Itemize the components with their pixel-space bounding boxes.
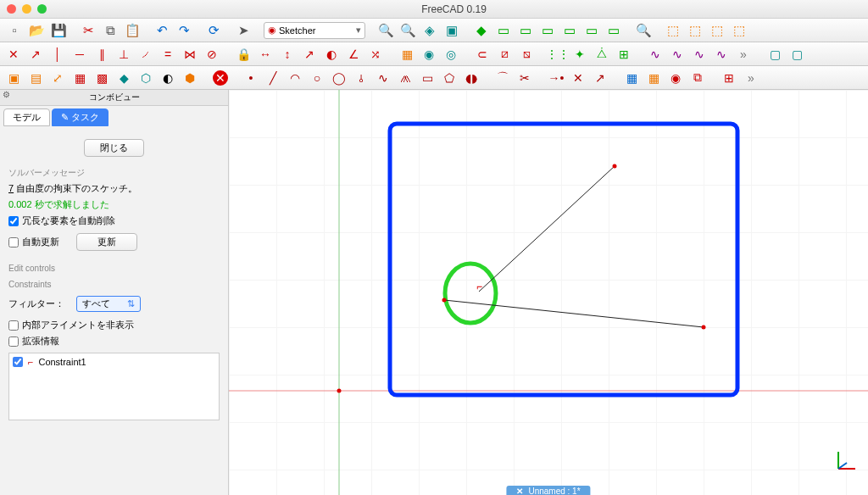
nav-cube4-icon[interactable]: ⬚ (730, 21, 748, 40)
external-icon[interactable]: ↗ (592, 70, 609, 86)
window-controls[interactable] (7, 4, 47, 14)
update-button[interactable]: 更新 (76, 233, 137, 251)
perpendicular-icon[interactable]: ⊥ (115, 46, 132, 63)
nav-cube3-icon[interactable]: ⬚ (708, 21, 726, 40)
radius-icon[interactable]: ◐ (323, 46, 340, 63)
tab-model[interactable]: モデル (3, 108, 50, 126)
dist-icon[interactable]: ↗ (301, 46, 318, 63)
sketch-vertex[interactable] (702, 325, 706, 330)
zoom-in-icon[interactable]: 🔍 (398, 21, 417, 40)
pd-loft-icon[interactable]: ◎ (442, 46, 459, 63)
lock-icon[interactable]: 🔒 (235, 46, 252, 63)
sketch-view-icon[interactable]: ▦ (71, 70, 88, 86)
split-icon[interactable]: ✕ (570, 70, 587, 86)
bs2-icon[interactable]: ∿ (669, 46, 686, 63)
document-tab[interactable]: ✕ Unnamed : 1* (506, 486, 590, 495)
view-front-icon[interactable]: ▭ (494, 21, 513, 40)
redo-icon[interactable]: ↷ (175, 21, 193, 40)
hdist-icon[interactable]: ↔ (257, 46, 274, 63)
sketch-vertex[interactable] (442, 298, 447, 303)
tab-task[interactable]: ✎ タスク (52, 108, 108, 126)
refresh-icon[interactable]: ⟳ (204, 21, 223, 40)
angle-icon[interactable]: ∠ (345, 46, 362, 63)
draw-style-icon[interactable]: ◈ (420, 21, 439, 40)
virtual-space2-icon[interactable]: ▢ (788, 46, 805, 63)
geom-ellipse-icon[interactable]: ◯ (331, 70, 348, 86)
block-icon[interactable]: ⊘ (203, 46, 220, 63)
panel-gear-icon[interactable]: ⚙ (3, 90, 10, 99)
extend-icon[interactable]: →• (548, 70, 565, 86)
pd-multi-icon[interactable]: ⊞ (615, 46, 632, 63)
cut-icon[interactable]: ✂ (79, 21, 97, 40)
solver-header[interactable]: ソルバーメッセージ (8, 167, 220, 179)
virtual-space-icon[interactable]: ▢ (766, 46, 783, 63)
constraint1-checkbox[interactable] (13, 357, 23, 367)
zoom-fit-icon[interactable]: 🔍 (376, 21, 395, 40)
bs1-icon[interactable]: ∿ (647, 46, 664, 63)
geom-point-icon[interactable]: • (242, 70, 259, 86)
sketch-new-icon[interactable]: ▣ (5, 70, 22, 86)
undo-icon[interactable]: ↶ (153, 21, 171, 40)
coincident-icon[interactable]: ✕ (5, 46, 22, 63)
symmetric-icon[interactable]: ⋈ (181, 46, 198, 63)
copy-geom-icon[interactable]: ⧉ (689, 70, 706, 86)
pd-pad-icon[interactable]: ▦ (398, 46, 415, 63)
sketch-vertex[interactable] (613, 164, 617, 169)
construct-icon[interactable]: ▦ (645, 70, 662, 86)
view-left-icon[interactable]: ▭ (604, 21, 623, 40)
pd-mirror-icon[interactable]: ⧊ (593, 46, 610, 63)
nav-cube1-icon[interactable]: ⬚ (664, 21, 682, 40)
view-iso-icon[interactable]: ◆ (472, 21, 491, 40)
carbon-icon[interactable]: ▦ (623, 70, 640, 86)
copy-icon[interactable]: ⧉ (101, 21, 120, 40)
constraint-item[interactable]: ⌐ Constraint1 (13, 357, 215, 367)
view-bottom-icon[interactable]: ▭ (582, 21, 601, 40)
tangent-icon[interactable]: ⟋ (137, 46, 154, 63)
new-icon[interactable]: ▫ (5, 21, 24, 40)
trim-icon[interactable]: ✂ (516, 70, 533, 86)
origin-point[interactable] (337, 389, 342, 393)
sketch-reorient-icon[interactable]: ⬢ (181, 70, 198, 86)
fillet-icon[interactable]: ⌒ (494, 70, 511, 86)
save-icon[interactable]: 💾 (49, 21, 68, 40)
sketch-map-icon[interactable]: ▩ (93, 70, 110, 86)
sketch-mirror-icon[interactable]: ◐ (159, 70, 176, 86)
clone-icon[interactable]: ◉ (667, 70, 684, 86)
pd-rev-icon[interactable]: ◉ (420, 46, 437, 63)
pd-chamfer-icon[interactable]: ⧄ (496, 46, 513, 63)
zoom-window-icon[interactable] (37, 4, 47, 14)
vertical-icon[interactable]: │ (49, 46, 66, 63)
auto-remove-check[interactable]: 冗長な要素を自動削除 (8, 214, 220, 227)
geom-arc-icon[interactable]: ◠ (287, 70, 303, 86)
stop-icon[interactable]: ✕ (213, 70, 228, 86)
horizontal-icon[interactable]: ─ (71, 46, 88, 63)
auto-remove-checkbox[interactable] (8, 216, 19, 226)
geom-polyline-icon[interactable]: ⩕ (397, 70, 414, 86)
bbox-icon[interactable]: ▣ (442, 21, 461, 40)
geom-line-icon[interactable]: ╱ (264, 70, 281, 86)
ext-info-checkbox[interactable] (8, 336, 19, 347)
cursor-icon[interactable]: ➤ (234, 21, 253, 40)
filter-select[interactable]: すべて ⇅ (76, 296, 141, 312)
rectarr-icon[interactable]: ⊞ (721, 70, 737, 86)
pd-draft-icon[interactable]: ⧅ (518, 46, 535, 63)
hide-alignment-check[interactable]: 内部アライメントを非表示 (8, 319, 220, 331)
pd-linear-icon[interactable]: ⋮⋮ (549, 46, 566, 63)
geom-conic-icon[interactable]: ⫰ (353, 70, 370, 86)
parallel-icon[interactable]: ∥ (93, 46, 110, 63)
auto-update-check[interactable]: 自動更新 (8, 236, 59, 248)
measure-icon[interactable]: 🔍 (634, 21, 653, 40)
sketch-edit-icon[interactable]: ▤ (27, 70, 44, 86)
3d-viewport[interactable]: ⌐ ✕ Unnamed : 1* (229, 90, 868, 495)
more2-icon[interactable]: » (743, 70, 760, 86)
coincident-marker-icon[interactable]: ⌐ (476, 281, 482, 292)
bs3-icon[interactable]: ∿ (691, 46, 708, 63)
point-on-icon[interactable]: ↗ (27, 46, 44, 63)
hide-alignment-checkbox[interactable] (8, 320, 19, 331)
sketch-merge-icon[interactable]: ⬡ (137, 70, 154, 86)
geom-bspline-icon[interactable]: ∿ (375, 70, 392, 86)
snell-icon[interactable]: ⤮ (367, 46, 384, 63)
paste-icon[interactable]: 📋 (123, 21, 142, 40)
view-rear-icon[interactable]: ▭ (560, 21, 579, 40)
open-icon[interactable]: 📂 (27, 21, 46, 40)
